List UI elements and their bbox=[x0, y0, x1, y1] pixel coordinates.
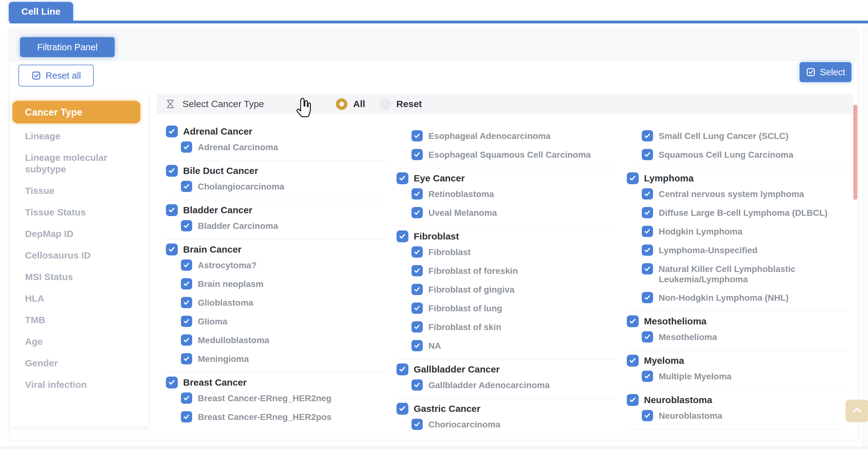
sidebar-item-depmap-id[interactable]: DepMap ID bbox=[10, 223, 148, 245]
chevron-up-icon bbox=[850, 404, 864, 418]
sidebar-item-cancer-type[interactable]: Cancer Type bbox=[12, 101, 140, 123]
sidebar-item-age[interactable]: Age bbox=[10, 331, 148, 352]
checkbox-uveal-melanoma[interactable] bbox=[411, 207, 423, 218]
checkbox-retinoblastoma[interactable] bbox=[411, 188, 423, 199]
checkbox-central-nervous-system-lymphoma[interactable] bbox=[642, 188, 653, 199]
checkbox-small-cell-lung-cancer-sclc[interactable] bbox=[642, 130, 653, 141]
filtration-panel-button[interactable]: Filtration Panel bbox=[20, 37, 115, 57]
cancer-subtype-label: Non-Hodgkin Lymphoma (NHL) bbox=[659, 292, 788, 303]
cancer-subtype-row: Fibroblast of lung bbox=[411, 302, 617, 314]
sidebar-item-lineage-molecular-subytype[interactable]: Lineage molecular subytype bbox=[10, 147, 148, 180]
radio-reset-unselected-icon[interactable] bbox=[379, 98, 391, 110]
sidebar-item-lineage[interactable]: Lineage bbox=[10, 125, 148, 147]
check-icon bbox=[167, 378, 176, 387]
sidebar-item-cellosaurus-id[interactable]: Cellosaurus ID bbox=[10, 245, 148, 266]
checkbox-fibroblast[interactable] bbox=[397, 230, 408, 242]
checkbox-bladder-carcinoma[interactable] bbox=[181, 220, 192, 231]
radio-all-selected-icon[interactable] bbox=[336, 98, 347, 110]
cancer-subtype-label: Fibroblast of foreskin bbox=[428, 265, 518, 276]
checkbox-choriocarcinoma[interactable] bbox=[411, 419, 423, 430]
checkbox-glioma[interactable] bbox=[181, 316, 192, 327]
sidebar-item-tissue[interactable]: Tissue bbox=[10, 180, 148, 201]
checkbox-natural-killer-cell-lymphoblastic-leukemia-lymphoma[interactable] bbox=[642, 263, 653, 275]
reset-all-button[interactable]: Reset all bbox=[19, 65, 94, 87]
cancer-subtype-label: Fibroblast bbox=[428, 246, 470, 257]
vertical-scrollbar-thumb[interactable] bbox=[853, 105, 857, 200]
cancer-subtype-row: Cholangiocarcinoma bbox=[181, 181, 386, 192]
check-icon bbox=[413, 381, 421, 389]
checkbox-multiple-myeloma[interactable] bbox=[642, 371, 653, 382]
check-icon bbox=[413, 190, 421, 198]
checkbox-hodgkin-lymphoma[interactable] bbox=[642, 226, 653, 237]
cancer-subtype-label: Fibroblast of lung bbox=[428, 302, 502, 314]
cancer-type-label: Brain Cancer bbox=[183, 244, 242, 255]
checkbox-squamous-cell-lung-carcinoma[interactable] bbox=[642, 149, 653, 160]
cancer-subtype-row: Non-Hodgkin Lymphoma (NHL) bbox=[642, 292, 847, 303]
cancer-type-label: Fibroblast bbox=[414, 231, 459, 242]
checkbox-myeloma[interactable] bbox=[627, 355, 639, 366]
reset-all-label: Reset all bbox=[45, 70, 81, 81]
cancer-type-label: Breast Cancer bbox=[183, 377, 247, 388]
checkbox-gastric-cancer[interactable] bbox=[397, 403, 408, 415]
checkbox-na[interactable] bbox=[411, 340, 423, 351]
check-icon bbox=[398, 365, 406, 374]
check-icon bbox=[643, 265, 651, 273]
checkbox-lymphoma-unspecified[interactable] bbox=[642, 245, 653, 256]
cancer-subtype-label: Astrocytoma? bbox=[198, 259, 256, 270]
checkbox-fibroblast-of-gingiva[interactable] bbox=[411, 284, 423, 295]
sidebar-item-hla[interactable]: HLA bbox=[10, 288, 148, 309]
checkbox-glioblastoma[interactable] bbox=[181, 297, 192, 308]
cancer-subtype-label: Breast Cancer-ERneg_HER2neg bbox=[198, 392, 332, 404]
cancer-subtype-row: Fibroblast of gingiva bbox=[411, 284, 617, 295]
checkbox-bladder-cancer[interactable] bbox=[166, 204, 178, 216]
sidebar-item-tmb[interactable]: TMB bbox=[10, 309, 148, 331]
cancer-type-row: Brain Cancer bbox=[166, 244, 386, 255]
checkbox-mesothelioma[interactable] bbox=[627, 315, 639, 327]
checkbox-breast-cancer-erneg-her2pos[interactable] bbox=[181, 411, 192, 422]
checkbox-brain-neoplasm[interactable] bbox=[181, 278, 192, 289]
cancer-subtype-label: Meningioma bbox=[198, 353, 249, 364]
checkbox-bile-duct-cancer[interactable] bbox=[166, 165, 178, 177]
sidebar-item-gender[interactable]: Gender bbox=[10, 352, 148, 374]
select-button[interactable]: Select bbox=[800, 62, 851, 82]
checkbox-fibroblast[interactable] bbox=[411, 246, 423, 258]
checkbox-medulloblastoma[interactable] bbox=[181, 334, 192, 346]
check-icon bbox=[183, 222, 191, 230]
checkbox-brain-cancer[interactable] bbox=[166, 244, 178, 255]
tab-cell-line[interactable]: Cell Line bbox=[9, 2, 73, 21]
sidebar-item-tissue-status[interactable]: Tissue Status bbox=[10, 201, 148, 223]
checkbox-fibroblast-of-foreskin[interactable] bbox=[411, 265, 423, 276]
checkbox-breast-cancer-erneg-her2neg[interactable] bbox=[181, 392, 192, 404]
check-icon bbox=[398, 174, 406, 182]
checkbox-lymphoma[interactable] bbox=[627, 172, 639, 184]
checkbox-gallbladder-cancer[interactable] bbox=[397, 363, 408, 375]
checkbox-neuroblastoma[interactable] bbox=[627, 394, 639, 406]
checkbox-mesothelioma[interactable] bbox=[642, 331, 653, 343]
sidebar-item-viral-infection[interactable]: Viral infection bbox=[10, 374, 148, 395]
checkbox-cholangiocarcinoma[interactable] bbox=[181, 181, 192, 192]
checkbox-fibroblast-of-skin[interactable] bbox=[411, 321, 423, 332]
cancer-type-row: Gastric Cancer bbox=[397, 403, 617, 415]
checkbox-adrenal-carcinoma[interactable] bbox=[181, 141, 192, 153]
checkbox-non-hodgkin-lymphoma-nhl[interactable] bbox=[642, 292, 653, 303]
cancer-subtype-row: Squamous Cell Lung Carcinoma bbox=[642, 149, 847, 160]
checkbox-diffuse-large-b-cell-lymphoma-dlbcl[interactable] bbox=[642, 207, 653, 218]
checkbox-breast-cancer[interactable] bbox=[166, 377, 178, 388]
checkbox-neuroblastoma[interactable] bbox=[642, 410, 653, 421]
checkbox-esophageal-adenocarcinoma[interactable] bbox=[411, 130, 423, 141]
checkbox-eye-cancer[interactable] bbox=[397, 172, 408, 184]
hourglass-icon bbox=[165, 99, 176, 109]
cancer-subtype-row: Breast Cancer-ERneg_HER2neg bbox=[181, 392, 386, 404]
checkbox-esophageal-squamous-cell-carcinoma[interactable] bbox=[411, 149, 423, 160]
radio-option-reset[interactable]: Reset bbox=[379, 98, 422, 110]
sidebar-item-msi-status[interactable]: MSI Status bbox=[10, 266, 148, 288]
cancer-subtype-row: Gallbladder Adenocarcinoma bbox=[411, 379, 617, 391]
checkbox-astrocytoma[interactable] bbox=[181, 259, 192, 271]
radio-option-all[interactable]: All bbox=[336, 98, 365, 110]
checkbox-fibroblast-of-lung[interactable] bbox=[411, 302, 423, 314]
cancer-subtype-label: Brain neoplasm bbox=[198, 278, 264, 289]
checkbox-gallbladder-adenocarcinoma[interactable] bbox=[411, 379, 423, 391]
scroll-to-top-button[interactable] bbox=[845, 400, 868, 422]
checkbox-meningioma[interactable] bbox=[181, 353, 192, 364]
checkbox-adrenal-cancer[interactable] bbox=[166, 126, 178, 137]
